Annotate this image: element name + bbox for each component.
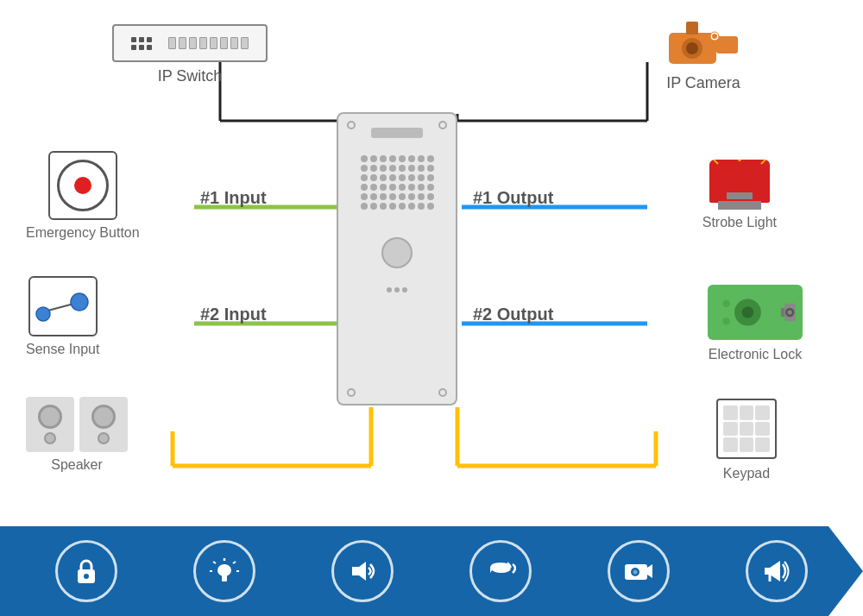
svg-point-39 bbox=[788, 310, 792, 314]
central-device bbox=[337, 112, 457, 405]
screw-tr bbox=[438, 121, 447, 129]
input2-label: #2 Input bbox=[200, 305, 267, 324]
device-button[interactable] bbox=[381, 237, 413, 268]
svg-line-45 bbox=[213, 562, 216, 563]
svg-marker-49 bbox=[352, 562, 366, 581]
svg-rect-27 bbox=[727, 192, 753, 199]
emergency-button-label: Emergency Button bbox=[26, 225, 140, 241]
emergency-button: Emergency Button bbox=[26, 151, 140, 241]
switch-icon bbox=[112, 24, 268, 62]
svg-point-33 bbox=[742, 306, 754, 318]
output2-label: #2 Output bbox=[473, 305, 553, 324]
svg-point-53 bbox=[633, 570, 638, 575]
strobe-base bbox=[718, 201, 761, 210]
electronic-lock: Electronic Lock bbox=[708, 285, 803, 362]
svg-marker-51 bbox=[647, 564, 652, 578]
camera-icon bbox=[665, 17, 742, 69]
screw-br bbox=[438, 388, 447, 397]
svg-point-18 bbox=[686, 42, 698, 54]
device-speaker-grid bbox=[361, 155, 434, 210]
electronic-lock-label: Electronic Lock bbox=[709, 347, 803, 362]
bar-icon-intercom bbox=[469, 540, 532, 602]
svg-rect-20 bbox=[686, 22, 698, 35]
svg-point-25 bbox=[71, 293, 88, 311]
emergency-outer-circle bbox=[57, 160, 109, 211]
input1-label: #1 Input bbox=[200, 188, 267, 208]
speaker: Speaker bbox=[26, 397, 128, 473]
svg-point-24 bbox=[36, 307, 50, 321]
bar-icon-alarm bbox=[193, 540, 255, 602]
strobe-light: Strobe Light bbox=[702, 160, 777, 230]
svg-rect-26 bbox=[714, 164, 765, 194]
svg-point-41 bbox=[84, 574, 89, 579]
device-top-bar bbox=[371, 128, 423, 138]
svg-point-34 bbox=[722, 299, 730, 307]
sense-input-icon bbox=[28, 276, 98, 336]
switch-dots bbox=[131, 37, 152, 50]
diagram-area: IP Switch IP Camera bbox=[0, 0, 863, 526]
strobe-light-icon bbox=[709, 160, 770, 203]
output1-label: #1 Output bbox=[473, 188, 553, 208]
bar-icon-megaphone bbox=[746, 540, 808, 602]
emergency-inner-circle bbox=[74, 177, 91, 194]
speaker-icons bbox=[26, 397, 128, 452]
device-bottom-dots bbox=[387, 287, 407, 292]
speaker-icon-right bbox=[79, 397, 128, 452]
svg-rect-43 bbox=[217, 564, 231, 576]
screw-tl bbox=[347, 121, 356, 129]
bar-icon-camera bbox=[608, 540, 670, 602]
speaker-label: Speaker bbox=[51, 457, 103, 473]
switch-ports bbox=[168, 37, 249, 49]
svg-line-46 bbox=[233, 562, 236, 563]
screw-bl bbox=[347, 388, 356, 397]
ip-camera-label: IP Camera bbox=[666, 74, 740, 92]
sense-input: Sense Input bbox=[26, 276, 99, 357]
sense-input-label: Sense Input bbox=[26, 342, 99, 357]
bottom-bar bbox=[0, 526, 863, 616]
svg-point-22 bbox=[712, 34, 717, 39]
electronic-lock-icon bbox=[708, 285, 803, 340]
keypad-icon bbox=[716, 399, 777, 459]
bar-icon-speaker bbox=[331, 540, 394, 602]
strobe-light-label: Strobe Light bbox=[702, 215, 777, 230]
svg-line-29 bbox=[714, 160, 718, 164]
keypad-label: Keypad bbox=[723, 466, 770, 481]
speaker-icon-left bbox=[26, 397, 74, 452]
ip-switch: IP Switch bbox=[112, 24, 268, 85]
bar-icon-lock bbox=[55, 540, 117, 602]
svg-line-30 bbox=[761, 160, 765, 164]
svg-rect-19 bbox=[716, 36, 738, 53]
keypad: Keypad bbox=[716, 399, 777, 481]
ip-switch-label: IP Switch bbox=[158, 67, 223, 85]
svg-point-35 bbox=[722, 317, 730, 325]
ip-camera: IP Camera bbox=[665, 17, 742, 92]
emergency-button-icon bbox=[48, 151, 117, 220]
